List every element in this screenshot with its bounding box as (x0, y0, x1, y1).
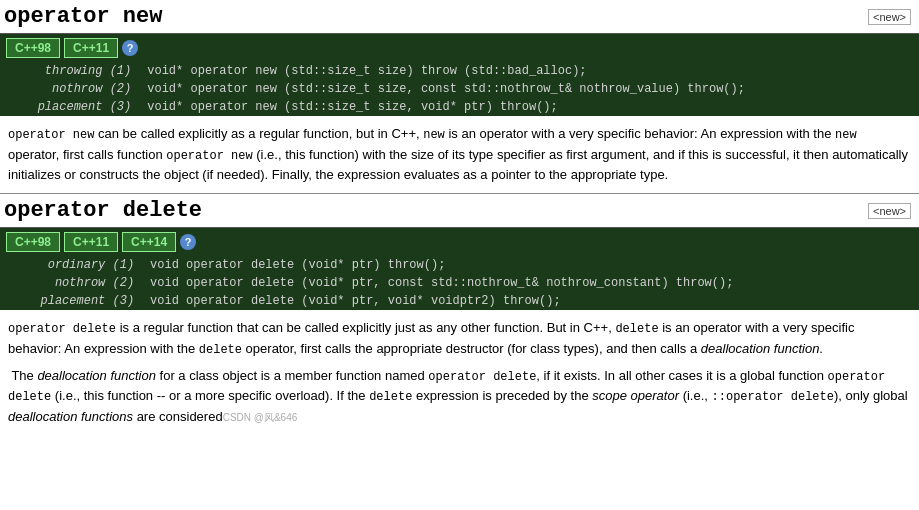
mono-operator-delete: operator delete (8, 322, 116, 336)
description-new: operator new can be called explicitly as… (0, 116, 919, 193)
label-placement-delete: placement (3) (0, 292, 142, 310)
italic-dealloc-2: deallocation function (37, 368, 156, 383)
code-row-ordinary: ordinary (1) void operator delete (void*… (0, 256, 919, 274)
operator-new-heading: operator new (4, 4, 162, 29)
watermark: CSDN @风&646 (223, 412, 298, 423)
italic-dealloc-3: deallocation functions (8, 409, 133, 424)
sig-placement-delete: void operator delete (void* ptr, void* v… (142, 292, 919, 310)
italic-dealloc-1: deallocation function (701, 341, 820, 356)
code-row-placement-delete: placement (3) void operator delete (void… (0, 292, 919, 310)
label-nothrow-new: nothrow (2) (0, 80, 139, 98)
new-tag-1: <new> (868, 9, 911, 25)
code-table-new: throwing (1) void* operator new (std::si… (0, 62, 919, 116)
mono-scope-op: ::operator delete (712, 390, 834, 404)
code-row-placement-new: placement (3) void* operator new (std::s… (0, 98, 919, 116)
code-row-nothrow-new: nothrow (2) void* operator new (std::siz… (0, 80, 919, 98)
help-icon-new[interactable]: ? (122, 40, 138, 56)
sig-placement-new: void* operator new (std::size_t size, vo… (139, 98, 919, 116)
tabs-bar-delete: C++98 C++11 C++14 ? (0, 228, 919, 256)
tab-cpp11-new[interactable]: C++11 (64, 38, 118, 58)
tab-cpp98-new[interactable]: C++98 (6, 38, 60, 58)
operator-delete-heading: operator delete (4, 198, 202, 223)
mono-new-1: new (423, 128, 445, 142)
label-throwing: throwing (1) (0, 62, 139, 80)
sig-ordinary: void operator delete (void* ptr) throw()… (142, 256, 919, 274)
sig-throwing: void* operator new (std::size_t size) th… (139, 62, 919, 80)
description-delete: operator delete is a regular function th… (0, 310, 919, 435)
italic-scope: scope operator (592, 388, 679, 403)
code-row-nothrow-delete: nothrow (2) void operator delete (void* … (0, 274, 919, 292)
label-ordinary: ordinary (1) (0, 256, 142, 274)
code-table-delete: ordinary (1) void operator delete (void*… (0, 256, 919, 310)
mono-new-2: new (835, 128, 857, 142)
label-nothrow-delete: nothrow (2) (0, 274, 142, 292)
operator-new-title: operator new <new> (0, 0, 919, 34)
tabs-bar-new: C++98 C++11 ? (0, 34, 919, 62)
operator-delete-title: operator delete <new> (0, 194, 919, 228)
operator-delete-section: operator delete <new> C++98 C++11 C++14 … (0, 194, 919, 435)
mono-delete-1: delete (615, 322, 658, 336)
operator-new-section: operator new <new> C++98 C++11 ? throwin… (0, 0, 919, 193)
sig-nothrow-new: void* operator new (std::size_t size, co… (139, 80, 919, 98)
tab-cpp11-delete[interactable]: C++11 (64, 232, 118, 252)
help-icon-delete[interactable]: ? (180, 234, 196, 250)
label-placement-new: placement (3) (0, 98, 139, 116)
mono-operator-new: operator new (8, 128, 94, 142)
tab-cpp98-delete[interactable]: C++98 (6, 232, 60, 252)
code-row-throwing: throwing (1) void* operator new (std::si… (0, 62, 919, 80)
mono-operator-new-2: operator new (166, 149, 252, 163)
mono-delete-2: delete (199, 343, 242, 357)
new-tag-2: <new> (868, 203, 911, 219)
mono-delete-3: delete (369, 390, 412, 404)
sig-nothrow-delete: void operator delete (void* ptr, const s… (142, 274, 919, 292)
tab-cpp14-delete[interactable]: C++14 (122, 232, 176, 252)
mono-operator-delete-2: operator delete (428, 370, 536, 384)
